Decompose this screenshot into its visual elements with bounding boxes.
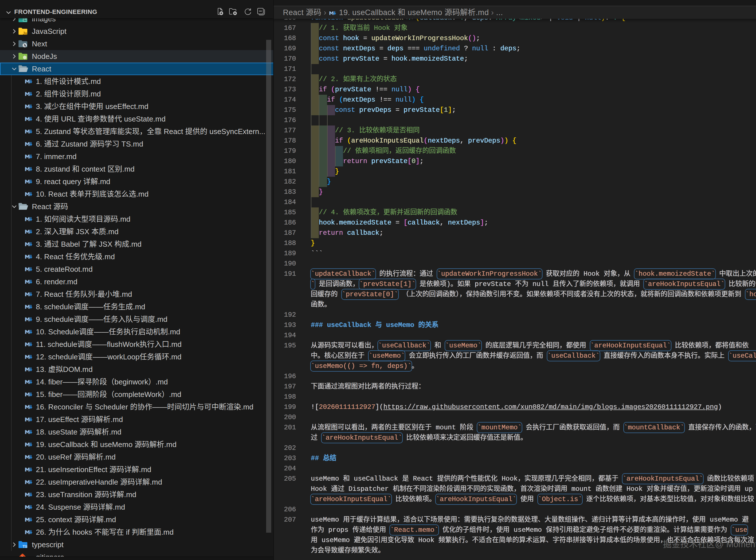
- svg-text:Js: Js: [23, 31, 27, 36]
- svg-text:N: N: [24, 44, 26, 47]
- svg-text:TS: TS: [23, 544, 27, 548]
